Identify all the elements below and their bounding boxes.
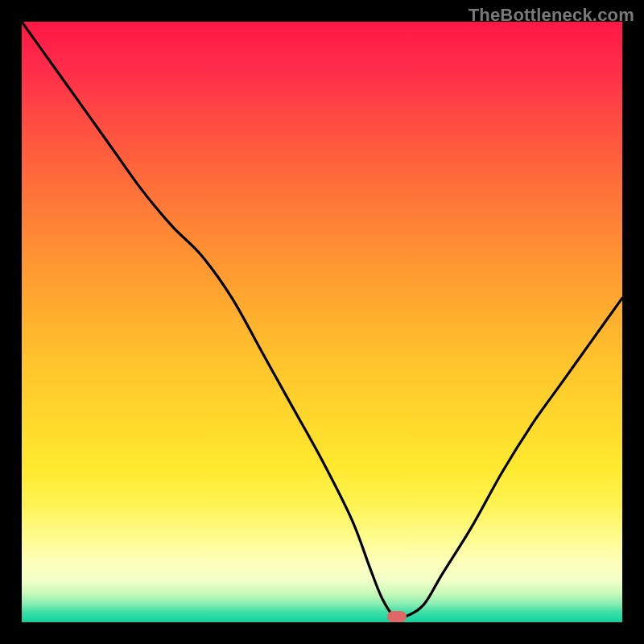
chart-stage: TheBottleneck.com [0,0,644,644]
bottleneck-curve-path [22,22,622,618]
chart-plot-area [22,22,622,622]
optimal-point-marker [387,611,407,622]
chart-curve-layer [22,22,622,622]
